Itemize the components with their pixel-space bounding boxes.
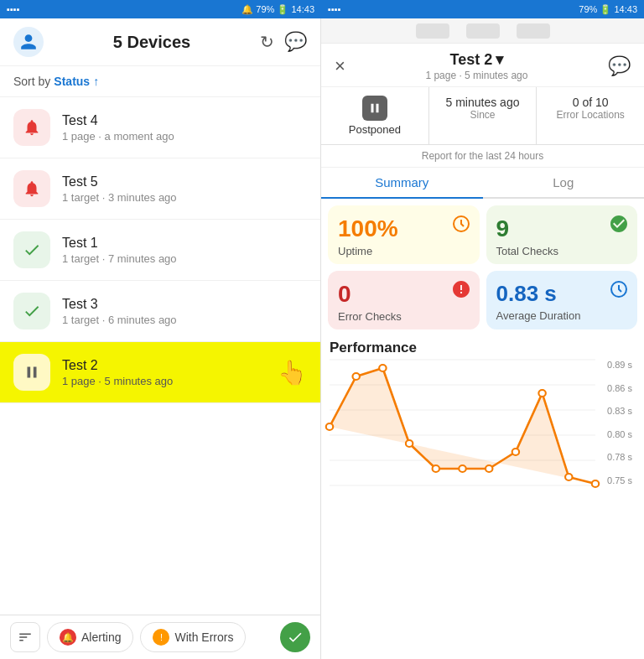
card-error-checks: 0 Error Checks [328,271,480,330]
svg-point-13 [433,465,439,472]
error-checks-label: Error Checks [338,310,470,323]
postponed-icon-wrap [328,96,422,121]
signal-icon: ▪▪▪▪ [7,4,20,14]
device-item-test5[interactable]: Test 5 1 target · 3 minutes ago [0,158,320,220]
since-label: Since [436,109,530,121]
detail-tabs: Summary Log [321,168,644,199]
total-checks-label: Total Checks [496,245,628,257]
ok-button[interactable] [280,622,310,652]
device-icon-test5 [13,170,50,207]
error-checks-icon [451,279,471,303]
chart-container: 0.89 s 0.86 s 0.83 s 0.80 s 0.78 s 0.75 … [330,360,636,485]
svg-point-9 [326,423,333,430]
total-checks-value: 9 [496,215,628,242]
with-errors-tab[interactable]: ! With Errors [140,622,246,652]
left-panel: 5 Devices ↻ 💬 Sort by Status ↑ [0,18,321,659]
device-item-test1[interactable]: Test 1 1 target · 7 minutes ago [0,220,320,281]
device-name-test3: Test 3 [62,297,177,312]
detail-subtitle: 1 page · 5 minutes ago [345,70,608,81]
filter-button[interactable] [10,622,40,652]
devices-title: 5 Devices [113,33,190,52]
summary-cards: 100% Uptime 9 Total Checks 0 [321,199,644,336]
alerting-tab[interactable]: 🔔 Alerting [47,622,133,652]
right-panel: × Test 2 ▾ 1 page · 5 minutes ago 💬 [321,18,644,659]
device-name-test4: Test 4 [62,113,174,128]
uptime-value: 100% [338,215,470,242]
status-bar-left: ▪▪▪▪ 🔔 79% 🔋 14:43 [0,0,321,18]
refresh-icon[interactable]: ↻ [260,32,274,52]
avatar[interactable] [13,27,44,57]
performance-section: Performance 0.89 s 0.86 s 0.83 s 0.80 s … [321,336,644,659]
device-icon-test3 [13,293,50,330]
close-button[interactable]: × [335,55,345,77]
detail-header-center: Test 2 ▾ 1 page · 5 minutes ago [345,50,608,81]
alerting-icon: 🔔 [60,629,76,646]
svg-point-17 [538,390,545,397]
report-label: Report for the last 24 hours [321,145,644,168]
avg-duration-icon [609,279,629,303]
svg-point-19 [592,480,599,487]
status-right-left: 🔔 79% 🔋 14:43 [242,4,314,15]
tab-summary[interactable]: Summary [321,168,483,199]
dropdown-arrow[interactable]: ▾ [496,50,503,69]
sort-status[interactable]: Status [54,75,90,88]
tab-log[interactable]: Log [483,168,645,197]
svg-point-16 [512,449,519,455]
error-locations-label: Error Locations [543,109,637,121]
error-locations-value: 0 of 10 [543,96,637,109]
uptime-icon [451,214,471,238]
sort-bar: Sort by Status ↑ [0,66,320,97]
detail-header: × Test 2 ▾ 1 page · 5 minutes ago 💬 [321,44,644,87]
left-header: 5 Devices ↻ 💬 [0,18,320,66]
detail-title-row: Test 2 ▾ [345,50,608,69]
device-name-test1: Test 1 [62,236,177,251]
device-icon-test1 [13,231,50,268]
y-label-4: 0.80 s [607,429,632,439]
uptime-label: Uptime [338,245,470,257]
device-meta-test5: 1 target · 3 minutes ago [62,191,177,204]
device-meta-test3: 1 target · 6 minutes ago [62,314,177,326]
postponed-label: Postponed [328,123,422,136]
chat-icon-detail[interactable]: 💬 [608,55,631,77]
svg-point-14 [459,465,465,472]
y-label-2: 0.86 s [607,383,632,393]
avg-duration-value: 0.83 s [496,281,628,307]
device-list: Test 4 1 page · a moment ago Test 5 1 ta… [0,97,320,615]
bottom-tab-bar: 🔔 Alerting ! With Errors [0,615,320,659]
device-item-test3[interactable]: Test 3 1 target · 6 minutes ago [0,281,320,342]
device-meta-test1: 1 target · 7 minutes ago [62,252,177,265]
since-value: 5 minutes ago [436,96,530,109]
device-name-test2: Test 2 [62,358,278,373]
y-label-6: 0.75 s [607,475,632,485]
device-info-test2: Test 2 1 page · 5 minutes ago [62,358,278,387]
device-meta-test2: 1 page · 5 minutes ago [62,375,278,387]
svg-point-12 [406,440,413,447]
y-label-5: 0.78 s [607,452,632,462]
status-right-right: 79% 🔋 14:43 [579,4,637,15]
performance-title: Performance [330,340,636,356]
status-cells-row: Postponed 5 minutes ago Since 0 of 10 Er… [321,87,644,145]
total-checks-icon [609,214,629,237]
y-label-1: 0.89 s [607,360,632,370]
card-avg-duration: 0.83 s Average Duration [486,271,638,330]
svg-point-11 [379,365,386,371]
avg-duration-label: Average Duration [496,309,628,322]
device-info-test3: Test 3 1 target · 6 minutes ago [62,297,177,326]
sort-arrow: ↑ [93,75,99,88]
status-cell-errors: 0 of 10 Error Locations [537,87,644,144]
device-icon-test4 [13,109,50,146]
sort-prefix: Sort by [13,75,50,88]
svg-point-18 [565,474,572,480]
status-cell-since: 5 minutes ago Since [429,87,538,144]
status-cell-postponed: Postponed [321,87,429,144]
postponed-icon [362,96,387,121]
detail-title: Test 2 [450,51,493,69]
device-info-test4: Test 4 1 page · a moment ago [62,113,174,143]
svg-point-15 [486,465,492,472]
error-checks-value: 0 [338,281,470,308]
cursor-icon: 👆 [278,359,307,387]
device-meta-test4: 1 page · a moment ago [62,130,174,143]
chat-icon-left[interactable]: 💬 [284,31,307,53]
device-item-test2[interactable]: Test 2 1 page · 5 minutes ago 👆 [0,342,320,403]
device-item-test4[interactable]: Test 4 1 page · a moment ago [0,97,320,158]
